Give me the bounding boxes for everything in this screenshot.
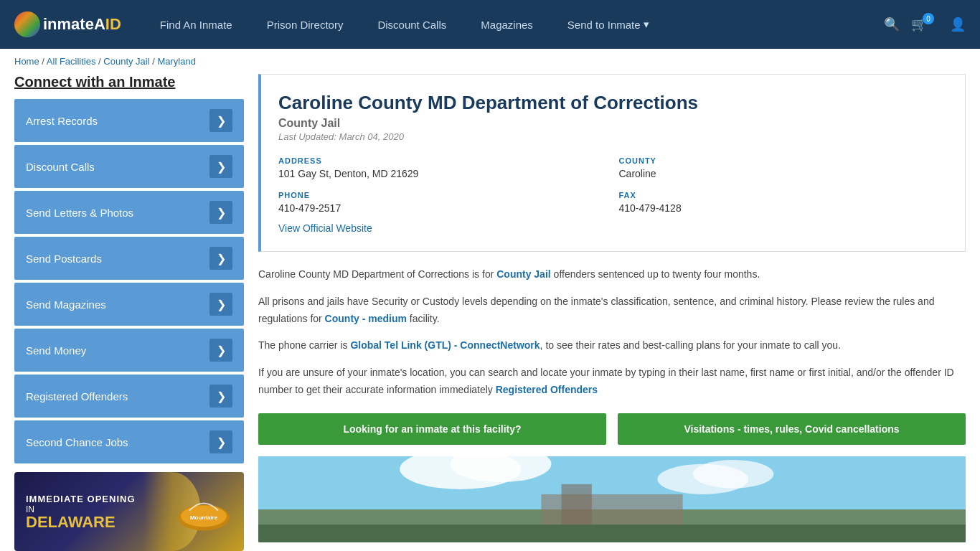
county-medium-link[interactable]: County - medium (325, 313, 407, 324)
cart-wrapper[interactable]: 🛒 0 (911, 17, 938, 32)
address-block: ADDRESS 101 Gay St, Denton, MD 21629 (278, 156, 608, 179)
main-nav: Find An Inmate Prison Directory Discount… (143, 18, 884, 31)
description-para3: The phone carrier is Global Tel Link (GT… (258, 337, 966, 354)
ad-immediate-text: IMMEDIATE OPENING (26, 494, 136, 504)
sidebar-item-registered-offenders[interactable]: Registered Offenders ❯ (14, 375, 244, 418)
facility-info-grid: ADDRESS 101 Gay St, Denton, MD 21629 COU… (278, 156, 948, 214)
description-para4: If you are unsure of your inmate's locat… (258, 364, 966, 399)
sidebar-item-send-letters[interactable]: Send Letters & Photos ❯ (14, 191, 244, 234)
arrow-icon: ❯ (209, 155, 232, 178)
visitation-button[interactable]: Visitations - times, rules, Covid cancel… (618, 413, 966, 445)
search-icon[interactable]: 🔍 (884, 17, 900, 32)
arrow-icon: ❯ (209, 430, 232, 453)
county-value: Caroline (619, 168, 948, 179)
svg-text:Mountaire: Mountaire (190, 514, 218, 521)
arrow-icon: ❯ (209, 339, 232, 362)
facility-card: Caroline County MD Department of Correct… (258, 74, 966, 252)
description-para2: All prisons and jails have Security or C… (258, 293, 966, 328)
nav-discount-calls[interactable]: Discount Calls (360, 19, 463, 31)
sidebar-item-send-postcards[interactable]: Send Postcards ❯ (14, 237, 244, 280)
user-icon[interactable]: 👤 (950, 17, 966, 32)
county-block: COUNTY Caroline (619, 156, 948, 179)
phone-value: 410-479-2517 (278, 202, 608, 214)
sidebar-item-discount-calls[interactable]: Discount Calls ❯ (14, 145, 244, 188)
facility-type: County Jail (278, 117, 948, 130)
ad-logo-area: Mountaire (175, 489, 232, 534)
svg-rect-5 (258, 524, 966, 542)
cart-badge: 0 (923, 13, 934, 24)
nav-prison-directory[interactable]: Prison Directory (250, 19, 361, 31)
fax-label: FAX (619, 191, 948, 199)
phone-label: PHONE (278, 191, 608, 199)
arrow-icon: ❯ (209, 247, 232, 270)
sidebar: Connect with an Inmate Arrest Records ❯ … (14, 74, 244, 551)
gtl-link[interactable]: Global Tel Link (GTL) - ConnectNetwork (350, 339, 540, 351)
breadcrumb-home[interactable]: Home (14, 56, 39, 67)
phone-block: PHONE 410-479-2517 (278, 191, 608, 214)
find-inmate-button[interactable]: Looking for an inmate at this facility? (258, 413, 606, 445)
sidebar-title: Connect with an Inmate (14, 74, 244, 90)
registered-offenders-link[interactable]: Registered Offenders (496, 384, 598, 395)
content-area: Caroline County MD Department of Correct… (258, 74, 966, 551)
action-buttons: Looking for an inmate at this facility? … (258, 413, 966, 445)
breadcrumb-all-facilities[interactable]: All Facilities (47, 56, 96, 67)
view-website-link[interactable]: View Official Website (278, 222, 372, 234)
address-value: 101 Gay St, Denton, MD 21629 (278, 168, 608, 179)
header-icons: 🔍 🛒 0 👤 (884, 17, 966, 32)
nav-magazines[interactable]: Magazines (463, 19, 550, 31)
arrow-icon: ❯ (209, 385, 232, 408)
ad-text-block: IMMEDIATE OPENING IN DELAWARE (26, 494, 136, 530)
svg-rect-11 (562, 484, 592, 524)
facility-photo-svg (258, 456, 966, 542)
breadcrumb: Home / All Facilities / County Jail / Ma… (0, 49, 980, 74)
description: Caroline County MD Department of Correct… (258, 266, 966, 399)
ad-banner[interactable]: IMMEDIATE OPENING IN DELAWARE Mountaire (14, 472, 244, 551)
breadcrumb-maryland[interactable]: Maryland (157, 56, 195, 67)
sidebar-item-send-money[interactable]: Send Money ❯ (14, 329, 244, 372)
facility-name: Caroline County MD Department of Correct… (278, 92, 948, 114)
county-label: COUNTY (619, 156, 948, 165)
logo-area[interactable]: inmateAID (14, 11, 121, 37)
sidebar-item-second-chance-jobs[interactable]: Second Chance Jobs ❯ (14, 420, 244, 463)
facility-photo (258, 456, 966, 542)
ad-delaware-text: DELAWARE (26, 514, 136, 530)
sidebar-item-arrest-records[interactable]: Arrest Records ❯ (14, 99, 244, 142)
logo-icon (14, 11, 40, 37)
nav-find-inmate[interactable]: Find An Inmate (143, 19, 250, 31)
fax-value: 410-479-4128 (619, 202, 948, 214)
description-para1: Caroline County MD Department of Correct… (258, 266, 966, 283)
header: inmateAID Find An Inmate Prison Director… (0, 0, 980, 49)
nav-send-to-inmate[interactable]: Send to Inmate ▾ (550, 18, 666, 31)
arrow-icon: ❯ (209, 293, 232, 316)
mountaire-logo-icon: Mountaire (175, 489, 232, 532)
sidebar-menu: Arrest Records ❯ Discount Calls ❯ Send L… (14, 99, 244, 463)
arrow-icon: ❯ (209, 201, 232, 224)
county-jail-link[interactable]: County Jail (496, 268, 550, 280)
logo-text: inmateAID (43, 15, 121, 34)
arrow-icon: ❯ (209, 109, 232, 132)
breadcrumb-county-jail[interactable]: County Jail (103, 56, 149, 67)
dropdown-arrow-icon: ▾ (644, 18, 649, 31)
address-label: ADDRESS (278, 156, 608, 165)
svg-point-9 (693, 460, 774, 488)
main-container: Connect with an Inmate Arrest Records ❯ … (0, 74, 980, 551)
fax-block: FAX 410-479-4128 (619, 191, 948, 214)
facility-last-updated: Last Updated: March 04, 2020 (278, 131, 948, 142)
sidebar-item-send-magazines[interactable]: Send Magazines ❯ (14, 283, 244, 326)
